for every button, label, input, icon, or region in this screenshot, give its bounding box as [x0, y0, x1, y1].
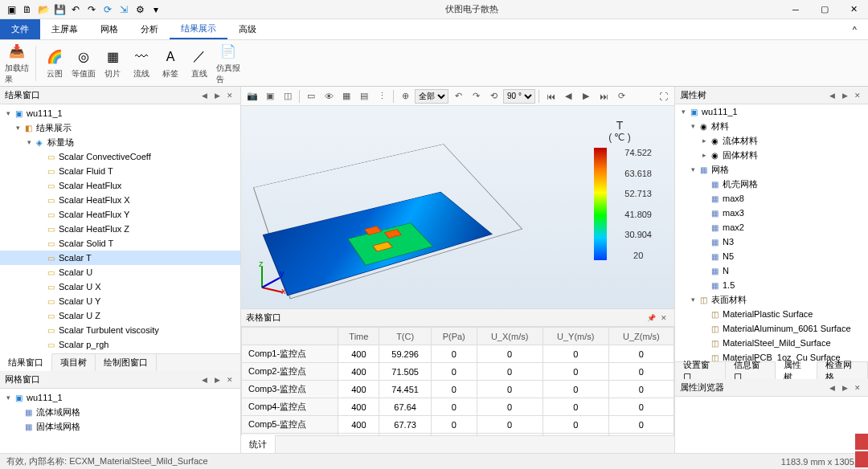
panel-close-icon[interactable]: ✕ — [224, 374, 235, 385]
qat-new-icon[interactable]: 🗎 — [21, 3, 34, 16]
vtb-camera-icon[interactable]: 📷 — [244, 89, 260, 104]
vtb-rotate-icon[interactable]: ⟲ — [485, 89, 502, 104]
vtb-rect-icon[interactable]: ▭ — [303, 89, 319, 104]
ptree-solid-mat[interactable]: ▸◉固体材料 — [675, 148, 868, 162]
vtb-undo-icon[interactable]: ↶ — [450, 89, 466, 104]
panel-prev-icon[interactable]: ◀ — [199, 374, 210, 385]
ptree-surf-mat[interactable]: ▾◫表面材料 — [675, 292, 868, 307]
qat-open-icon[interactable]: 📂 — [37, 3, 50, 16]
table-row[interactable]: Comp5-监控点40067.730000 — [242, 416, 674, 434]
tree-scalar-field[interactable]: ▾◈标量场 — [0, 135, 240, 149]
left-tab-0[interactable]: 结果窗口 — [0, 353, 52, 371]
right-tab-1[interactable]: 信息窗口 — [726, 362, 776, 379]
help-icon[interactable]: ^ — [841, 19, 868, 39]
panel-prev-icon[interactable]: ◀ — [826, 382, 837, 394]
ptree-mesh-item[interactable]: ▦max8 — [675, 191, 868, 206]
tree-scalar-item[interactable]: ▭Scalar U — [0, 265, 240, 279]
minimize-button[interactable]: ─ — [781, 0, 810, 19]
panel-close-icon[interactable]: ✕ — [224, 90, 235, 101]
maximize-button[interactable]: ▢ — [810, 0, 839, 19]
close-button[interactable]: ✕ — [839, 0, 868, 19]
right-tab-0[interactable]: 设置窗口 — [675, 362, 726, 379]
panel-prev-icon[interactable]: ◀ — [826, 90, 837, 101]
ptree-mesh-item[interactable]: ▦N3 — [675, 234, 868, 249]
ribbon-3[interactable]: ▦切片 — [99, 46, 126, 81]
vtb-grid-icon[interactable]: ▦ — [338, 89, 354, 104]
vtb-point-icon[interactable]: ⋮ — [374, 89, 390, 104]
menu-results[interactable]: 结果展示 — [170, 19, 227, 39]
table-row[interactable]: Comp3-监控点40074.4510000 — [242, 381, 674, 398]
table-row[interactable]: Comp1-监控点40059.2960000 — [242, 345, 674, 363]
table-row[interactable]: Comp2-监控点40071.5050000 — [242, 363, 674, 381]
mesh-tree-project[interactable]: ▾▣wu111_1 — [0, 390, 240, 405]
ribbon-2[interactable]: ◎等值面 — [70, 46, 97, 81]
ribbon-1[interactable]: 🌈云图 — [41, 46, 68, 81]
tree-scalar-item[interactable]: ▭Scalar U Z — [0, 308, 240, 323]
property-browser[interactable] — [675, 397, 868, 453]
panel-close-icon[interactable]: ✕ — [658, 312, 669, 324]
mesh-tree-item[interactable]: ▦流体域网格 — [0, 405, 240, 419]
mesh-tree[interactable]: ▾▣wu111_1 ▦流体域网格▦固体域网格 — [0, 389, 240, 453]
panel-next-icon[interactable]: ▶ — [211, 374, 223, 385]
menu-home[interactable]: 主屏幕 — [40, 19, 89, 39]
result-tree[interactable]: ▾▣wu111_1 ▾◧结果展示 ▾◈标量场 ▭Scalar Convectiv… — [0, 104, 240, 353]
vtb-refresh-icon[interactable]: ⟳ — [613, 89, 629, 104]
qat-save-icon[interactable]: 💾 — [53, 3, 66, 16]
tree-scalar-item[interactable]: ▭Scalar T — [0, 251, 240, 265]
tree-scalar-item[interactable]: ▭Scalar U X — [0, 279, 240, 294]
panel-next-icon[interactable]: ▶ — [211, 90, 223, 101]
tree-scalar-item[interactable]: ▭Scalar Turbulent viscosity — [0, 323, 240, 337]
vtb-wire-icon[interactable]: ▤ — [356, 89, 372, 104]
tree-project[interactable]: ▾▣wu111_1 — [0, 106, 240, 120]
viewport-3d[interactable]: zxy T ( ℃ ) 74.52263.61852.71341.80930.9… — [241, 106, 674, 308]
right-tab-2[interactable]: 属性树 — [776, 361, 817, 379]
vtb-back-icon[interactable]: ⏮ — [542, 89, 559, 104]
ribbon-5[interactable]: A标签 — [157, 46, 184, 81]
ptree-material[interactable]: ▾◉材料 — [675, 119, 868, 133]
tree-scalar-item[interactable]: ▭Scalar HeatFlux Y — [0, 207, 240, 222]
tree-scalar-item[interactable]: ▭Scalar p_rgh — [0, 337, 240, 352]
vtb-cube-icon[interactable]: ▣ — [262, 89, 278, 104]
qat-dropdown-icon[interactable]: ▾ — [149, 3, 162, 16]
ribbon-0[interactable]: 📥加载结果 — [3, 40, 31, 87]
panel-prev-icon[interactable]: ◀ — [199, 90, 210, 101]
panel-pin-icon[interactable]: 📌 — [645, 312, 657, 324]
ptree-surf-item[interactable]: ◫MaterialSteel_Mild_Surface — [675, 336, 868, 350]
menu-analyze[interactable]: 分析 — [129, 19, 170, 39]
vtb-prev-icon[interactable]: ◀ — [560, 89, 576, 104]
left-tab-2[interactable]: 绘制图窗口 — [96, 354, 157, 371]
ptree-mesh-item[interactable]: ▦N5 — [675, 249, 868, 263]
ptree-mesh-item[interactable]: ▦max3 — [675, 206, 868, 220]
vtb-cube2-icon[interactable]: ◫ — [280, 89, 296, 104]
qat-redo-icon[interactable]: ↷ — [85, 3, 98, 16]
vtb-eye-icon[interactable]: 👁 — [321, 89, 337, 104]
vtb-filter-select[interactable]: 全部 — [415, 89, 448, 104]
panel-close-icon[interactable]: ✕ — [852, 90, 863, 101]
ribbon-7[interactable]: 📄仿真报告 — [215, 40, 242, 87]
menu-file[interactable]: 文件 — [0, 19, 40, 39]
vtb-angle-select[interactable]: 90 ° — [503, 89, 535, 104]
tree-scalar-item[interactable]: ▭Scalar U Y — [0, 294, 240, 308]
property-tree[interactable]: ▾▣wu111_1 ▾◉材料 ▸◉流体材料 ▸◉固体材料 ▾▦网格 ▦机壳网格▦… — [675, 104, 868, 361]
qat-settings-icon[interactable]: ⚙ — [133, 3, 146, 16]
ptree-mesh[interactable]: ▾▦网格 — [675, 162, 868, 177]
left-tab-1[interactable]: 项目树 — [52, 354, 96, 371]
mesh-tree-item[interactable]: ▦固体域网格 — [0, 419, 240, 434]
panel-close-icon[interactable]: ✕ — [852, 382, 863, 394]
tree-results[interactable]: ▾◧结果展示 — [0, 120, 240, 135]
ptree-project[interactable]: ▾▣wu111_1 — [675, 104, 868, 119]
side-tab-1[interactable] — [855, 434, 868, 450]
ribbon-6[interactable]: ／直线 — [186, 46, 213, 81]
tree-scalar-item[interactable]: ▭Scalar Solid T — [0, 236, 240, 251]
ptree-mesh-item[interactable]: ▦max2 — [675, 220, 868, 234]
ptree-mesh-item[interactable]: ▦N — [675, 263, 868, 278]
side-tab-2[interactable] — [855, 451, 868, 467]
panel-next-icon[interactable]: ▶ — [839, 382, 850, 394]
data-table[interactable]: TimeT(C)P(Pa)U_X(m/s)U_Y(m/s)U_Z(m/s)Com… — [241, 327, 674, 435]
vtb-next-icon[interactable]: ▶ — [578, 89, 594, 104]
ptree-mesh-item[interactable]: ▦机壳网格 — [675, 177, 868, 191]
right-tab-3[interactable]: 检查网格 — [817, 362, 868, 379]
vtb-max-icon[interactable]: ⛶ — [655, 89, 671, 104]
ptree-fluid-mat[interactable]: ▸◉流体材料 — [675, 133, 868, 148]
tree-scalar-item[interactable]: ▭Scalar Fluid T — [0, 164, 240, 178]
